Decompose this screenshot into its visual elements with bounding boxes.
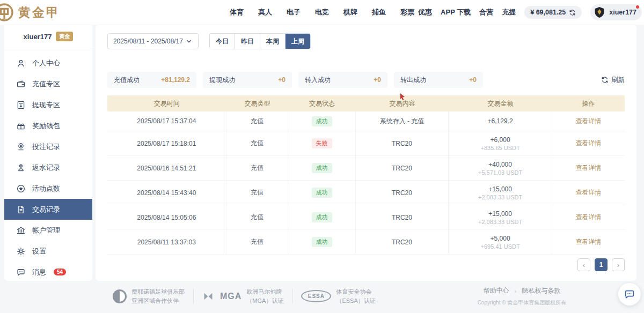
view-details-link[interactable]: 查看详情 bbox=[575, 139, 601, 148]
cell-type: 充值 bbox=[226, 131, 289, 155]
privacy-terms-link[interactable]: 隐私权与条款 bbox=[522, 286, 560, 295]
refresh-balance-icon[interactable] bbox=[569, 9, 576, 16]
tab-今日[interactable]: 今日 bbox=[210, 34, 235, 49]
sidebar-item-messages[interactable]: 消息54 bbox=[4, 262, 92, 282]
cell-status: 成功 bbox=[288, 205, 355, 229]
balance-pill[interactable]: ¥ 69,081.25 bbox=[524, 6, 582, 19]
summary-label: 转出成功 bbox=[400, 76, 426, 85]
sidebar-item-reward-wallet[interactable]: 奖励钱包 bbox=[4, 115, 92, 136]
chevron-right-icon: › bbox=[515, 288, 517, 294]
nav-item[interactable]: 体育 bbox=[230, 8, 244, 17]
prev-page-button[interactable]: ‹ bbox=[577, 258, 590, 271]
transaction-icon bbox=[16, 205, 26, 214]
amount-main: +6,129.2 bbox=[488, 117, 513, 125]
view-details-link[interactable]: 查看详情 bbox=[575, 117, 601, 126]
certification-text: 欧洲马尔他牌（MGA）认证 bbox=[246, 287, 283, 305]
sidebar-item-transactions[interactable]: 交易记录 bbox=[4, 199, 92, 220]
summary-label: 充值成功 bbox=[114, 76, 140, 85]
table-row: 2025/08/17 15:18:01充值失败TRC20+6,000+835.6… bbox=[107, 131, 625, 156]
nav-item[interactable]: 捕鱼 bbox=[372, 8, 386, 17]
view-details-link[interactable]: 查看详情 bbox=[575, 188, 601, 197]
nav-item[interactable]: 彩票 bbox=[400, 8, 414, 17]
certification-item: ESSA体育安全协会（ESSA）认证 bbox=[301, 287, 375, 305]
cell-time: 2025/08/17 15:18:01 bbox=[107, 131, 226, 155]
help-center-link[interactable]: 帮助中心 bbox=[484, 286, 509, 295]
cell-content: TRC20 bbox=[356, 230, 449, 254]
tab-本周[interactable]: 本周 bbox=[260, 34, 286, 49]
quick-link[interactable]: 充提 bbox=[502, 8, 516, 17]
cell-type: 充值 bbox=[226, 156, 289, 180]
next-page-button[interactable]: › bbox=[612, 258, 625, 271]
sidebar-item-label: 帐户管理 bbox=[32, 226, 60, 235]
table-row: 2025/08/11 13:37:03充值成功TRC20+5,000+695.4… bbox=[107, 230, 625, 255]
certification-item: MGA欧洲马尔他牌（MGA）认证 bbox=[202, 287, 283, 305]
live-chat-button[interactable] bbox=[618, 283, 641, 305]
amount-main: +6,000 bbox=[491, 136, 510, 144]
quick-link[interactable]: 合营 bbox=[479, 8, 493, 17]
rebate-icon bbox=[16, 163, 26, 173]
topbar-right: 优惠APP 下载合营充提 ¥ 69,081.25 xiuer177 bbox=[418, 0, 642, 25]
chevron-right-icon: › bbox=[617, 261, 619, 269]
amount-usdt: +695.41 USDT bbox=[481, 243, 520, 250]
date-range-value: 2025/08/11 - 2025/08/17 bbox=[113, 38, 183, 45]
sidebar-item-label: 消息 bbox=[32, 267, 46, 277]
table-row: 2025/08/16 14:51:21充值成功TRC20+40,000+5,57… bbox=[107, 156, 625, 181]
sidebar-item-account[interactable]: 帐户管理 bbox=[4, 220, 92, 241]
view-details-link[interactable]: 查看详情 bbox=[575, 213, 601, 222]
summary-card: 充值成功+81,129.2 bbox=[107, 72, 196, 88]
status-badge: 成功 bbox=[312, 237, 332, 247]
sidebar-item-label: 活动点数 bbox=[32, 184, 60, 193]
summary-card: 转出成功+0 bbox=[394, 72, 483, 88]
cell-amount: +40,000+5,571.03 USDT bbox=[449, 156, 552, 180]
message-icon bbox=[16, 267, 26, 277]
sidebar-item-profile[interactable]: 个人中心 bbox=[4, 53, 92, 73]
site-logo[interactable]: 黄金甲 bbox=[0, 2, 60, 23]
table-body: 2025/08/17 15:37:04充值成功系统存入 - 充值+6,129.2… bbox=[107, 111, 625, 255]
pagination: ‹ 1 › bbox=[577, 258, 625, 271]
sidebar-item-label: 返水记录 bbox=[32, 163, 60, 173]
date-range-picker[interactable]: 2025/08/11 - 2025/08/17 bbox=[107, 33, 199, 49]
sidebar-item-bet-records[interactable]: 投注记录 bbox=[4, 136, 92, 157]
quick-link[interactable]: 优惠 bbox=[418, 8, 432, 17]
points-icon bbox=[16, 184, 26, 193]
notification-dot bbox=[636, 5, 639, 9]
sidebar-item-label: 充值专区 bbox=[32, 79, 60, 89]
nav-item[interactable]: 电竞 bbox=[315, 8, 329, 17]
nav-item[interactable]: 棋牌 bbox=[343, 8, 357, 17]
current-page[interactable]: 1 bbox=[595, 258, 608, 271]
amount-main: +15,000 bbox=[488, 185, 512, 193]
certification-text: 体育安全协会（ESSA）认证 bbox=[336, 287, 375, 305]
main-nav: 体育真人电子电竞棋牌捕鱼彩票 bbox=[230, 0, 414, 25]
quick-links: 优惠APP 下载合营充提 bbox=[418, 8, 516, 17]
column-header: 交易状态 bbox=[288, 99, 355, 108]
summary-card: 提现成功+0 bbox=[203, 72, 292, 88]
cell-time: 2025/08/16 14:51:21 bbox=[107, 156, 226, 180]
account-icon bbox=[16, 226, 26, 235]
cell-status: 成功 bbox=[288, 156, 355, 180]
nav-item[interactable]: 真人 bbox=[258, 8, 272, 17]
essa-logo: ESSA bbox=[301, 290, 331, 302]
sidebar-item-activity-points[interactable]: 活动点数 bbox=[4, 178, 92, 199]
user-menu[interactable]: xiuer177 bbox=[590, 4, 642, 20]
quick-link[interactable]: APP 下载 bbox=[441, 8, 471, 17]
sidebar-item-deposit[interactable]: 充值专区 bbox=[4, 73, 92, 94]
amount-usdt: +2,083.33 USDT bbox=[478, 194, 522, 200]
view-details-link[interactable]: 查看详情 bbox=[575, 163, 601, 173]
cell-status: 失败 bbox=[288, 131, 355, 155]
footer: 费耶诺德足球俱乐部亚洲区域合作伙伴MGA欧洲马尔他牌（MGA）认证ESSA体育安… bbox=[0, 281, 644, 313]
refresh-button[interactable]: 刷新 bbox=[601, 76, 625, 85]
main-content: 2025/08/11 - 2025/08/17 今日昨日本周上周 充值成功+81… bbox=[96, 25, 636, 281]
certifications: 费耶诺德足球俱乐部亚洲区域合作伙伴MGA欧洲马尔他牌（MGA）认证ESSA体育安… bbox=[113, 287, 376, 305]
view-details-link[interactable]: 查看详情 bbox=[575, 237, 601, 247]
amount-main: +15,000 bbox=[488, 210, 512, 218]
tab-上周[interactable]: 上周 bbox=[286, 34, 310, 49]
sidebar-item-withdraw[interactable]: 提现专区 bbox=[4, 94, 92, 115]
deposit-icon bbox=[16, 79, 26, 89]
tab-昨日[interactable]: 昨日 bbox=[235, 34, 260, 49]
sidebar-username: xiuer177 bbox=[24, 33, 52, 41]
sidebar-item-settings[interactable]: 设置 bbox=[4, 241, 92, 262]
summary-value: +0 bbox=[278, 76, 286, 84]
nav-item[interactable]: 电子 bbox=[287, 8, 301, 17]
sidebar-item-rebate-records[interactable]: 返水记录 bbox=[4, 157, 92, 178]
topbar-username: xiuer177 bbox=[609, 9, 636, 16]
